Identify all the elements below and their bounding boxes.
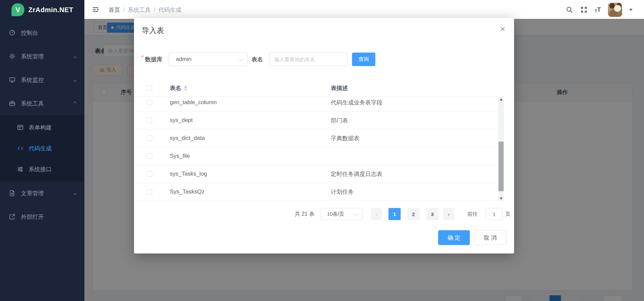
monitor-icon [9, 77, 16, 83]
dialog-pagination: 共 21 条 10条/页 ‹ 123 › 前往 页 [134, 208, 514, 220]
pagination-total: 共 21 条 [295, 208, 315, 220]
table-grid-icon [17, 124, 24, 131]
table-desc-cell: 定时任务调度日志表 [331, 170, 382, 178]
import-table-dialog: 导入表 × * 数据库 admin 表名 查询 表名 表描述 gen_table… [134, 18, 514, 253]
breadcrumb-separator: / [123, 6, 125, 13]
gear-icon [9, 53, 16, 60]
row-checkbox[interactable] [147, 118, 152, 123]
sidebar-item-label: 代码生成 [29, 145, 52, 152]
table-name-label: 表名 [251, 53, 263, 66]
row-checkbox[interactable] [147, 100, 152, 105]
table-row[interactable]: sys_Tasks_log定时任务调度日志表 [134, 165, 504, 183]
row-checkbox[interactable] [147, 136, 152, 141]
dashboard-icon [9, 29, 16, 36]
dialog-table-viewport: gen_table_column代码生成业务表字段sys_dept部门表sys_… [134, 96, 504, 201]
close-icon[interactable]: × [500, 25, 505, 33]
next-page-button[interactable]: › [443, 208, 454, 220]
confirm-button[interactable]: 确 定 [438, 230, 470, 245]
fullscreen-icon[interactable] [580, 6, 588, 13]
goto-label: 前往 [467, 208, 478, 220]
breadcrumb-item[interactable]: 系统工具 [128, 6, 151, 14]
page-size-value: 10条/页 [327, 208, 344, 220]
table-name-cell: sys_dept [170, 117, 193, 124]
scroll-up-icon[interactable] [498, 96, 504, 102]
row-checkbox[interactable] [147, 189, 152, 194]
breadcrumb-separator: / [154, 6, 156, 13]
sidebar-item-系统监控[interactable]: 系统监控 [0, 68, 84, 92]
sidebar-collapse-icon[interactable] [92, 6, 99, 13]
goto-page-input[interactable] [486, 208, 503, 220]
sidebar-item-label: 表单构建 [29, 124, 52, 131]
app-root: V ZrAdmin.NET 控制台系统管理系统监控系统工具表单构建代码生成系统接… [0, 0, 644, 301]
table-name-cell: Sys_file [170, 153, 190, 159]
table-row[interactable]: Sys_file [134, 147, 504, 165]
select-all-checkbox[interactable] [147, 85, 152, 91]
document-icon [9, 190, 16, 197]
chevron-down-icon [73, 54, 77, 58]
db-select[interactable]: admin [169, 53, 248, 66]
sidebar-submenu: 表单构建代码生成系统接口 [0, 115, 84, 181]
row-checkbox[interactable] [147, 171, 152, 177]
font-size-icon[interactable]: TT [595, 6, 601, 13]
breadcrumb-item[interactable]: 代码生成 [158, 6, 181, 14]
sidebar-item-表单构建[interactable]: 表单构建 [0, 117, 84, 138]
header-actions: TT [566, 0, 633, 20]
scroll-down-icon[interactable] [498, 195, 504, 201]
table-row[interactable]: sys_dict_data字典数据表 [134, 129, 504, 147]
table-name-input[interactable] [269, 53, 348, 66]
scrollbar-thumb[interactable] [499, 142, 504, 191]
table-name-cell: Sys_TasksQz [170, 188, 205, 195]
page-button-1[interactable]: 1 [388, 208, 401, 220]
chevron-down-icon [73, 78, 77, 82]
dialog-title: 导入表 [142, 26, 164, 36]
table-row[interactable]: sys_dept部门表 [134, 112, 504, 129]
sidebar-item-label: 文章管理 [21, 189, 44, 197]
sidebar-menu: 控制台系统管理系统监控系统工具表单构建代码生成系统接口文章管理外部打开 [0, 20, 84, 229]
sidebar-item-文章管理[interactable]: 文章管理 [0, 181, 84, 205]
table-desc-cell: 字典数据表 [331, 134, 359, 142]
brand[interactable]: V ZrAdmin.NET [0, 0, 84, 20]
brand-title: ZrAdmin.NET [28, 6, 73, 14]
page-size-select[interactable]: 10条/页 [321, 208, 363, 220]
page-button-2[interactable]: 2 [407, 208, 420, 220]
db-select-value: admin [176, 53, 191, 66]
sidebar-item-label: 系统监控 [21, 76, 44, 84]
dialog-table-rows: gen_table_column代码生成业务表字段sys_dept部门表sys_… [134, 96, 504, 201]
search-icon[interactable] [566, 6, 573, 13]
scrollbar [498, 96, 504, 201]
sort-caret-icon[interactable] [184, 86, 187, 91]
query-button[interactable]: 查询 [352, 53, 375, 66]
sidebar-item-系统管理[interactable]: 系统管理 [0, 44, 84, 68]
brand-logo-icon: V [11, 3, 24, 16]
page-button-3[interactable]: 3 [426, 208, 438, 220]
sidebar-item-控制台[interactable]: 控制台 [0, 21, 84, 44]
required-asterisk: * [141, 55, 143, 61]
sidebar-item-代码生成[interactable]: 代码生成 [0, 138, 84, 159]
column-header-name: 表名 [170, 80, 187, 96]
row-checkbox[interactable] [147, 153, 152, 159]
breadcrumb-item[interactable]: 首页 [109, 6, 120, 14]
table-row[interactable]: Sys_TasksQz计划任务 [134, 183, 504, 201]
sidebar: V ZrAdmin.NET 控制台系统管理系统监控系统工具表单构建代码生成系统接… [0, 0, 84, 301]
avatar[interactable] [608, 3, 622, 17]
avatar-caret-icon[interactable] [629, 9, 633, 11]
dialog-search-form: * 数据库 admin 表名 查询 [134, 53, 514, 66]
sidebar-item-外部打开[interactable]: 外部打开 [0, 205, 84, 229]
sidebar-item-系统接口[interactable]: 系统接口 [0, 159, 84, 180]
sidebar-item-系统工具[interactable]: 系统工具 [0, 92, 84, 115]
code-icon [17, 145, 24, 152]
table-row[interactable]: gen_table_column代码生成业务表字段 [134, 96, 504, 112]
top-header: 首页/系统工具/代码生成 TT [84, 0, 644, 20]
db-label: 数据库 [145, 53, 162, 66]
sidebar-item-label: 系统接口 [29, 165, 52, 173]
chevron-down-icon [73, 191, 77, 195]
toolbox-icon [9, 100, 16, 107]
dialog-table-header: 表名 表描述 [134, 80, 504, 96]
sidebar-item-label: 外部打开 [21, 213, 44, 221]
chevron-up-icon [73, 101, 77, 106]
table-name-cell: gen_table_column [170, 99, 217, 106]
cancel-button[interactable]: 取 消 [474, 230, 506, 245]
chevron-down-icon [354, 212, 358, 216]
sliders-icon [17, 166, 24, 173]
prev-page-button[interactable]: ‹ [371, 208, 382, 220]
